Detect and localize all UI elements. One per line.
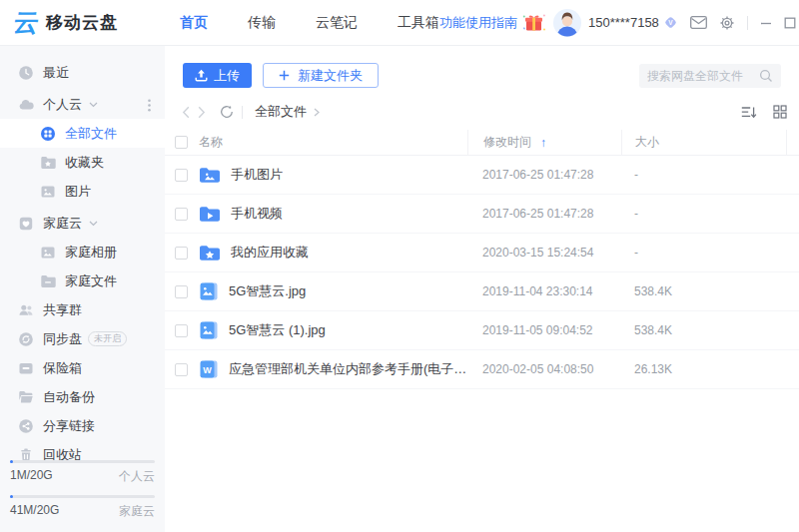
file-name[interactable]: 手机图片 (231, 166, 283, 184)
all-files-icon (40, 126, 56, 142)
topbar: 云 移动云盘 首页 传输 云笔记 工具箱 功能使用指南 (0, 0, 799, 46)
account-phone[interactable]: 150****7158 (588, 15, 659, 30)
personal-storage-fill (10, 460, 13, 463)
table-row[interactable]: 我的应用收藏 2020-03-15 15:24:54 - (165, 234, 799, 272)
mail-icon[interactable] (690, 16, 707, 29)
sidebar-item-family-album[interactable]: 家庭相册 (0, 238, 165, 266)
sidebar-item-auto-backup[interactable]: 自动备份 (0, 382, 165, 411)
sidebar-item-shared-groups[interactable]: 共享群 (0, 295, 165, 324)
sidebar-item-personal-cloud[interactable]: 个人云 (0, 90, 165, 119)
table-row[interactable]: 手机图片 2017-06-25 01:47:28 - (165, 156, 799, 195)
file-name[interactable]: 应急管理部机关单位内部参考手册(电子版).docx (229, 360, 467, 378)
family-album-icon (40, 245, 56, 261)
content-area: 上传 新建文件夹 (165, 46, 799, 532)
app-logo: 云 移动云盘 (14, 10, 142, 35)
usage-guide-link[interactable]: 功能使用指南 (439, 14, 517, 32)
path-bar: 全部文件 (165, 96, 799, 128)
row-checkbox[interactable] (175, 324, 188, 337)
sidebar-item-favorites[interactable]: 收藏夹 (0, 148, 165, 177)
file-name[interactable]: 手机视频 (231, 205, 283, 223)
main-layout: 最近 个人云 全部文件 收藏夹 (0, 46, 799, 532)
search-box[interactable] (639, 64, 781, 88)
upload-button[interactable]: 上传 (183, 63, 252, 88)
sidebar-item-family-files[interactable]: 家庭文件 (0, 266, 165, 295)
search-icon[interactable] (759, 69, 773, 83)
sort-asc-arrow-icon[interactable]: ↑ (540, 136, 546, 150)
auto-backup-icon (18, 389, 34, 405)
table-row[interactable]: 手机视频 2017-06-25 01:47:28 - (165, 195, 799, 234)
sidebar-item-label: 分享链接 (43, 417, 95, 435)
file-size: 538.4K (621, 284, 787, 298)
file-size: - (621, 246, 787, 260)
sidebar-item-safe-box[interactable]: 保险箱 (0, 353, 165, 382)
folder-image-icon (199, 167, 221, 184)
tab-transfer[interactable]: 传输 (248, 14, 276, 32)
picture-icon (40, 184, 56, 200)
tab-toolbox[interactable]: 工具箱 (398, 14, 439, 32)
sidebar-item-all-files[interactable]: 全部文件 (0, 119, 165, 148)
column-header-time[interactable]: 修改时间 (483, 134, 531, 151)
file-size: 26.13K (621, 362, 787, 376)
vip-badge-icon[interactable]: V (663, 15, 678, 30)
file-name[interactable]: 我的应用收藏 (231, 244, 309, 262)
folder-video-icon (199, 206, 221, 223)
breadcrumb-chevron-icon (314, 108, 320, 117)
chevron-down-icon[interactable] (89, 102, 98, 108)
forward-button[interactable] (194, 106, 210, 119)
personal-storage-scope: 个人云 (119, 468, 155, 485)
table-row[interactable]: 5G智慧云.jpg 2019-11-04 23:30:14 538.4K (165, 272, 799, 311)
svg-text:W: W (203, 365, 212, 375)
sidebar-item-sync-disk[interactable]: 同步盘 未开启 (0, 324, 165, 353)
image-file-icon (199, 281, 219, 301)
sidebar-item-family-cloud[interactable]: 家庭云 (0, 209, 165, 238)
window-maximize-button[interactable] (784, 17, 796, 29)
sidebar-item-label: 家庭相册 (65, 244, 117, 262)
settings-gear-icon[interactable] (719, 15, 735, 31)
file-size: - (621, 168, 787, 182)
sidebar-item-label: 共享群 (43, 301, 82, 319)
table-row[interactable]: 5G智慧云 (1).jpg 2019-11-05 09:04:52 538.4K (165, 311, 799, 350)
new-folder-button[interactable]: 新建文件夹 (263, 63, 379, 88)
row-checkbox[interactable] (175, 169, 188, 182)
tab-home[interactable]: 首页 (180, 14, 208, 32)
chevron-down-icon[interactable] (89, 221, 98, 227)
family-storage-fill (10, 495, 13, 498)
row-checkbox[interactable] (175, 208, 188, 221)
topbar-divider (747, 16, 748, 30)
tab-cloud-notes[interactable]: 云笔记 (316, 14, 358, 32)
file-modified-time: 2019-11-05 09:04:52 (467, 323, 621, 337)
file-name[interactable]: 5G智慧云.jpg (229, 282, 306, 300)
sidebar-item-label: 最近 (43, 64, 69, 82)
column-header-name[interactable]: 名称 (199, 134, 223, 151)
search-input[interactable] (647, 69, 759, 83)
back-button[interactable] (178, 106, 194, 119)
sidebar-item-label: 个人云 (43, 96, 82, 114)
column-header-size[interactable]: 大小 (635, 134, 659, 151)
breadcrumb-current[interactable]: 全部文件 (255, 103, 307, 121)
clock-icon (18, 65, 34, 81)
grid-view-icon[interactable] (773, 105, 787, 119)
file-modified-time: 2017-06-25 01:47:28 (467, 168, 621, 182)
sort-list-icon[interactable] (741, 106, 757, 119)
user-avatar[interactable] (553, 9, 581, 37)
row-checkbox[interactable] (175, 285, 188, 298)
row-checkbox[interactable] (175, 363, 188, 376)
sidebar-item-recent[interactable]: 最近 (0, 58, 165, 87)
sidebar-item-pictures[interactable]: 图片 (0, 177, 165, 206)
table-row[interactable]: W 应急管理部机关单位内部参考手册(电子版).docx 2020-02-05 0… (165, 350, 799, 389)
sync-disk-icon (18, 331, 34, 347)
file-modified-time: 2017-06-25 01:47:28 (467, 207, 621, 221)
sidebar: 最近 个人云 全部文件 收藏夹 (0, 46, 165, 532)
window-minimize-button[interactable] (760, 17, 772, 29)
select-all-checkbox[interactable] (175, 136, 188, 149)
row-checkbox[interactable] (175, 247, 188, 260)
safe-box-icon (18, 360, 34, 376)
kebab-menu-icon[interactable] (148, 99, 151, 112)
gift-icon[interactable] (522, 12, 546, 34)
file-name[interactable]: 5G智慧云 (1).jpg (229, 321, 326, 339)
refresh-icon[interactable] (220, 105, 234, 119)
sidebar-item-share-links[interactable]: 分享链接 (0, 411, 165, 440)
family-storage-used: 41M/20G (10, 503, 59, 520)
sync-disabled-badge: 未开启 (88, 331, 127, 346)
app-title: 移动云盘 (46, 11, 118, 34)
